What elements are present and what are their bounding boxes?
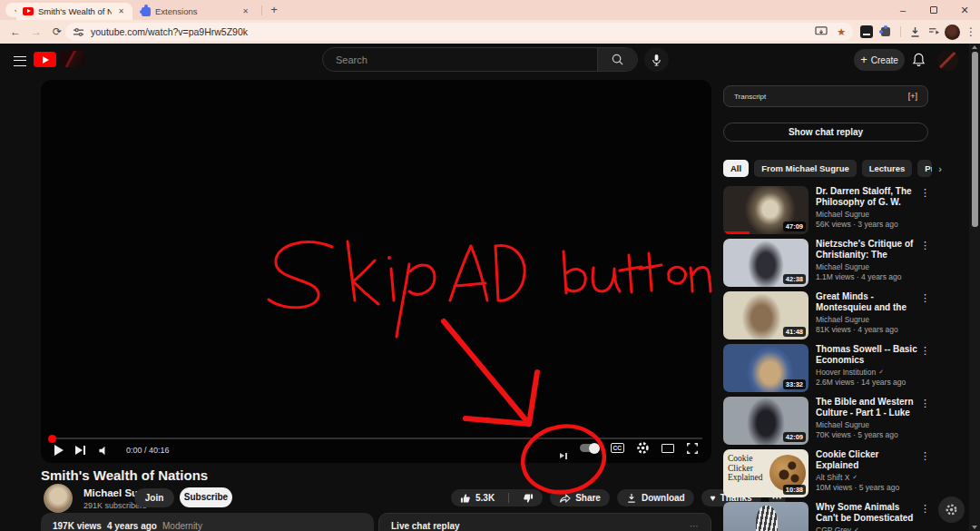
- youtube-logo-icon[interactable]: [34, 52, 56, 67]
- live-chat-panel[interactable]: Live chat replay ⋯: [378, 513, 711, 531]
- description-box[interactable]: 197K views 4 years ago Modernity: [41, 513, 374, 531]
- chevron-right-icon[interactable]: ›: [938, 163, 942, 174]
- kebab-menu-icon[interactable]: ⋮: [920, 450, 930, 462]
- related-video-title[interactable]: Nietzsche's Critique of Christianity: Th…: [816, 239, 919, 260]
- related-channel[interactable]: Hoover Institution: [816, 368, 876, 377]
- autoplay-toggle[interactable]: [580, 444, 599, 452]
- address-bar[interactable]: youtube.com/watch?v=pa9Hrw5Z90k ★: [65, 23, 853, 41]
- floating-gear-button[interactable]: [938, 497, 965, 523]
- transcript-card[interactable]: Transcript [+]: [723, 85, 928, 107]
- progress-bar[interactable]: [50, 438, 702, 440]
- related-video-item[interactable]: Cookie Clicker Explained 10:38 Cookie Cl…: [723, 449, 930, 497]
- scroll-up-arrow[interactable]: [972, 45, 977, 49]
- bookmark-star-icon[interactable]: ★: [837, 26, 846, 38]
- chip-lectures[interactable]: Lectures: [862, 160, 913, 177]
- related-video-item[interactable]: 42:38 Nietzsche's Critique of Christiani…: [723, 239, 930, 287]
- account-avatar[interactable]: [937, 50, 958, 71]
- related-video-title[interactable]: Why Some Animals Can't be Domesticated: [816, 502, 919, 523]
- video-thumbnail[interactable]: 42:38: [723, 239, 808, 287]
- related-video-item[interactable]: Why Some Animals Can't be Domesticated C…: [723, 502, 930, 531]
- kebab-menu-icon[interactable]: ⋮: [920, 240, 930, 251]
- related-channel[interactable]: Alt Shift X: [816, 473, 849, 482]
- related-video-item[interactable]: 33:32 Thomas Sowell -- Basic Economics H…: [723, 344, 930, 392]
- related-video-title[interactable]: Great Minds - Montesquieu and the Beginn…: [816, 291, 919, 312]
- like-button[interactable]: 5.3K: [451, 493, 504, 504]
- play-button[interactable]: [54, 445, 64, 456]
- chip-from-channel[interactable]: From Michael Sugrue: [754, 160, 857, 177]
- skip-ad-button[interactable]: [560, 452, 569, 460]
- create-button[interactable]: + Create: [854, 49, 905, 71]
- close-tab-icon[interactable]: ✕: [240, 7, 250, 15]
- subscribe-button[interactable]: Subscribe: [180, 487, 232, 507]
- related-channel[interactable]: Michael Sugrue: [816, 210, 869, 219]
- kebab-menu-icon[interactable]: ⋮: [920, 398, 930, 409]
- url-text[interactable]: youtube.com/watch?v=pa9Hrw5Z90k: [91, 26, 808, 37]
- site-settings-icon[interactable]: [73, 26, 84, 38]
- search-input[interactable]: [323, 48, 597, 71]
- extension-icon[interactable]: [860, 25, 873, 38]
- maximize-button[interactable]: [918, 0, 949, 20]
- related-video-title[interactable]: Thomas Sowell -- Basic Economics: [816, 344, 919, 365]
- extensions-puzzle-icon[interactable]: [878, 25, 893, 39]
- related-video-item[interactable]: 41:48 Great Minds - Montesquieu and the …: [723, 291, 930, 339]
- fullscreen-icon[interactable]: [686, 442, 699, 455]
- voice-search-button[interactable]: [644, 47, 669, 72]
- next-button[interactable]: [75, 445, 86, 456]
- chip-all[interactable]: All: [723, 160, 749, 177]
- join-button[interactable]: Join: [134, 488, 174, 507]
- media-controls-icon[interactable]: [926, 25, 941, 39]
- related-channel[interactable]: Michael Sugrue: [816, 420, 869, 429]
- related-channel[interactable]: Michael Sugrue: [816, 315, 869, 324]
- page-scrollbar[interactable]: [969, 44, 980, 531]
- chevron-down-icon[interactable]: ⋯: [690, 521, 699, 531]
- related-channel[interactable]: CGP Grey: [816, 526, 851, 531]
- tab-youtube[interactable]: Smith's Wealth of Nations - You ✕: [16, 3, 132, 20]
- kebab-menu-icon[interactable]: ⋮: [920, 345, 930, 357]
- video-thumbnail[interactable]: 47:09: [723, 186, 808, 234]
- video-thumbnail[interactable]: 42:09: [723, 397, 808, 445]
- theater-mode-button[interactable]: [662, 444, 674, 453]
- browser-menu-icon[interactable]: ⋮: [964, 25, 978, 39]
- topic-link[interactable]: Modernity: [162, 521, 202, 531]
- related-video-item[interactable]: 42:09 The Bible and Western Culture - Pa…: [723, 397, 930, 445]
- browser-profile-avatar[interactable]: [945, 25, 960, 40]
- settings-gear-icon[interactable]: [636, 441, 650, 455]
- menu-icon[interactable]: [14, 56, 26, 66]
- related-video-title[interactable]: The Bible and Western Culture - Part 1 -…: [816, 397, 919, 418]
- video-thumbnail[interactable]: 33:32: [723, 344, 808, 392]
- search-button[interactable]: [597, 48, 637, 71]
- download-button[interactable]: Download: [617, 489, 694, 506]
- downloads-icon[interactable]: [907, 25, 922, 39]
- reload-button[interactable]: ⟳: [49, 24, 65, 40]
- related-video-title[interactable]: Dr. Darren Staloff, The Philosophy of G.…: [816, 186, 919, 207]
- related-channel[interactable]: Michael Sugrue: [816, 262, 869, 271]
- video-player[interactable]: 0:00 / 40:16 CC: [41, 80, 711, 463]
- new-tab-button[interactable]: +: [267, 3, 281, 17]
- kebab-menu-icon[interactable]: ⋮: [920, 187, 930, 199]
- video-thumbnail[interactable]: Cookie Clicker Explained 10:38: [723, 449, 808, 497]
- close-window-button[interactable]: ✕: [949, 0, 980, 20]
- captions-button[interactable]: CC: [611, 443, 624, 453]
- share-button[interactable]: Share: [550, 489, 610, 506]
- volume-icon[interactable]: [98, 445, 111, 457]
- related-video-title[interactable]: Cookie Clicker Explained: [816, 449, 919, 470]
- minimize-button[interactable]: –: [887, 0, 918, 20]
- video-thumbnail[interactable]: [723, 502, 808, 531]
- channel-avatar[interactable]: [44, 484, 73, 513]
- back-button[interactable]: ←: [7, 24, 24, 40]
- send-to-device-icon[interactable]: [815, 26, 828, 37]
- kebab-menu-icon[interactable]: ⋮: [920, 503, 930, 515]
- chip-presentations[interactable]: Prese: [917, 160, 932, 177]
- tab-extensions[interactable]: Extensions ✕: [135, 3, 257, 20]
- show-chat-replay-button[interactable]: Show chat replay: [723, 123, 928, 142]
- transcript-expand-icon[interactable]: [+]: [908, 92, 917, 101]
- related-video-item[interactable]: 47:09 Dr. Darren Staloff, The Philosophy…: [723, 186, 930, 234]
- forward-button[interactable]: →: [28, 24, 44, 40]
- close-tab-icon[interactable]: ✕: [116, 7, 126, 15]
- scroll-down-arrow[interactable]: [972, 526, 977, 529]
- video-thumbnail[interactable]: 41:48: [723, 291, 808, 339]
- scrollbar-thumb[interactable]: [972, 52, 978, 227]
- dislike-button[interactable]: [514, 493, 543, 504]
- playhead[interactable]: [48, 435, 56, 443]
- kebab-menu-icon[interactable]: ⋮: [920, 292, 930, 304]
